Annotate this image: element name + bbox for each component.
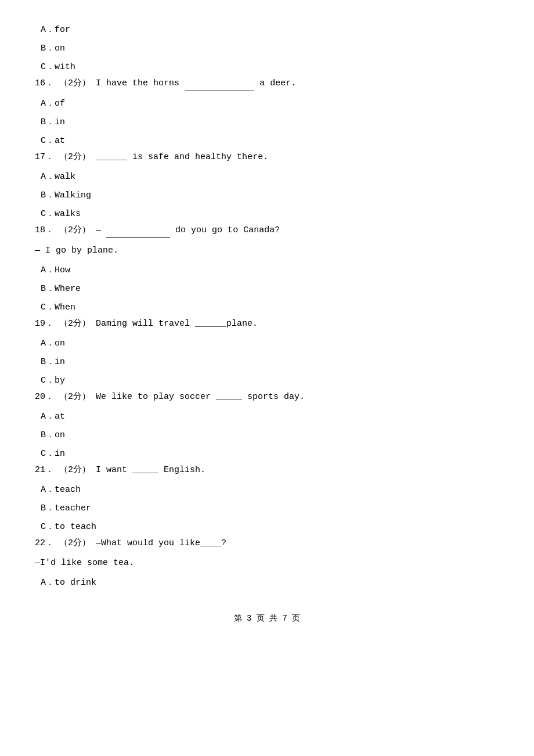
option-21-c: C．to teach xyxy=(35,520,499,534)
option-17-a: A．walk xyxy=(35,170,499,184)
question-18-reply: — I go by plane. xyxy=(35,244,499,258)
question-22: 22． （2分） —What would you like____? xyxy=(35,537,499,550)
option-17-b: B．Walking xyxy=(35,189,499,203)
question-21: 21． （2分） I want _____ English. xyxy=(35,463,499,477)
option-18-c: C．When xyxy=(35,301,499,315)
option-18-b: B．Where xyxy=(35,282,499,296)
option-20-a: A．at xyxy=(35,410,499,424)
option-c-with: C．with xyxy=(35,60,499,74)
option-19-b: B．in xyxy=(35,355,499,369)
option-16-b: B．in xyxy=(35,116,499,129)
option-20-b: B．on xyxy=(35,429,499,442)
option-17-c: C．walks xyxy=(35,207,499,221)
option-a-for: A．for xyxy=(35,23,499,37)
option-22-a: A．to drink xyxy=(35,576,499,590)
question-16: 16． （2分） I have the horns a deer. xyxy=(35,77,499,91)
question-22-reply: —I'd like some tea. xyxy=(35,556,499,570)
option-19-a: A．on xyxy=(35,337,499,351)
option-21-a: A．teach xyxy=(35,483,499,497)
option-16-a: A．of xyxy=(35,97,499,111)
question-19: 19． （2分） Daming will travel ______plane. xyxy=(35,317,499,331)
question-17: 17． （2分） ______ is safe and healthy ther… xyxy=(35,150,499,164)
page-content: A．for B．on C．with 16． （2分） I have the ho… xyxy=(35,23,499,590)
option-21-b: B．teacher xyxy=(35,502,499,516)
option-b-on: B．on xyxy=(35,42,499,56)
option-16-c: C．at xyxy=(35,134,499,148)
page-footer: 第 3 页 共 7 页 xyxy=(35,613,499,624)
option-20-c: C．in xyxy=(35,447,499,461)
question-20: 20． （2分） We like to play soccer _____ sp… xyxy=(35,390,499,404)
option-19-c: C．by xyxy=(35,374,499,388)
question-18: 18． （2分） — do you go to Canada? xyxy=(35,224,499,238)
option-18-a: A．How xyxy=(35,264,499,278)
